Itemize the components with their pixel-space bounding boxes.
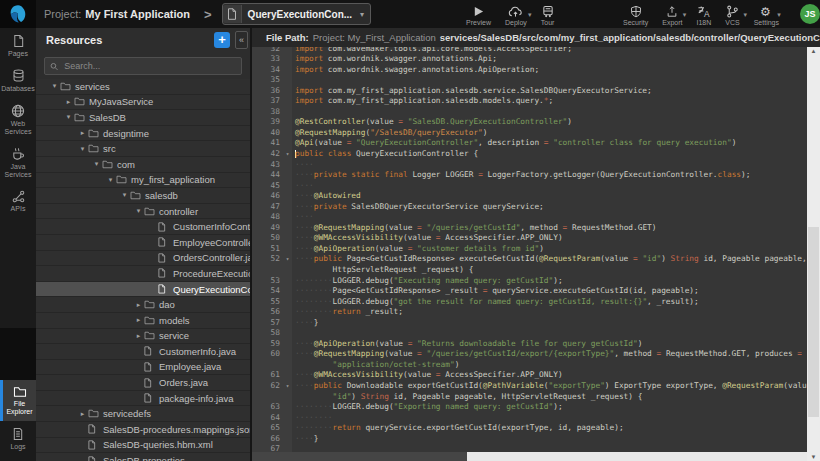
tree-item[interactable]: ▾controller (36, 204, 250, 220)
scroll-up-arrow-icon[interactable]: ▲ (807, 48, 820, 54)
vcs-button[interactable]: ▾VCS (725, 2, 739, 26)
tree-item[interactable]: ▾salesdb (36, 188, 250, 204)
open-file-selector[interactable]: QueryExecutionCon... ▾ (222, 3, 371, 25)
tree-item[interactable]: ProcedureExecutionController.java (36, 266, 250, 282)
logs-icon (12, 427, 24, 441)
code-token: Logger LOGGER (408, 170, 478, 179)
code-line: "id") String id, Pageable pageable, Http… (252, 392, 807, 403)
toolbar-right-actions: Security▾ExportAI18N▾VCS⚙▾Settings (616, 2, 786, 26)
tree-item[interactable]: Employee.java (36, 360, 250, 376)
collapse-panel-button[interactable]: « (235, 31, 248, 49)
code-text: public class QueryExecutionController { (292, 149, 478, 160)
export-button[interactable]: ▾Export (662, 2, 682, 26)
preview-button[interactable]: Preview (466, 2, 491, 26)
deploy-button[interactable]: ▾Deploy (505, 2, 527, 26)
expand-arrow-icon: ▸ (77, 410, 88, 418)
tree-item[interactable]: ▾SalesDB (36, 110, 250, 126)
tree-item[interactable]: CustomerInfoController.java (36, 219, 250, 235)
code-token: com.wordnik.swagger.annotations.ApiOpera… (323, 65, 539, 74)
vertical-scrollbar-thumb[interactable] (808, 227, 819, 417)
vertical-scrollbar[interactable]: ▲ ▼ (807, 47, 820, 461)
code-text (292, 328, 295, 339)
code-token: ···· (295, 381, 314, 390)
scroll-down-arrow-icon[interactable]: ▼ (807, 454, 820, 460)
tree-item[interactable]: Orders.java (36, 375, 250, 391)
code-editor[interactable]: 32import com.wavemaker.tools.api.core.mo… (252, 47, 820, 461)
code-token: (value (314, 138, 347, 147)
code-text: ····@RequestMapping(value = "/queries/ge… (292, 223, 657, 234)
pages-icon (12, 34, 25, 48)
fold-gutter (283, 170, 292, 181)
tree-item-label: designtime (103, 128, 149, 139)
horizontal-scrollbar-thumb[interactable] (467, 452, 807, 461)
tree-item[interactable]: ▸MyJavaService (36, 95, 250, 111)
add-resource-button[interactable]: + (214, 32, 230, 48)
code-token: import (295, 47, 323, 53)
sidebar-item-java-services[interactable]: Java Services (0, 141, 36, 184)
bus-icon (542, 5, 554, 18)
code-text: @RestController(value = "SalesDB.QueryEx… (292, 117, 572, 128)
code-line: 50····@WMAccessVisibility(value = Access… (252, 233, 807, 244)
settings-button[interactable]: ⚙▾Settings (754, 2, 779, 26)
sidebar-item-label: Logs (10, 443, 25, 451)
fold-gutter (283, 128, 292, 139)
tree-item[interactable]: ▸dao (36, 297, 250, 313)
sidebar-item-logs[interactable]: Logs (0, 421, 36, 456)
collapse-arrow-icon: ▾ (105, 176, 116, 184)
resources-title: Resources (46, 34, 102, 46)
fold-gutter (283, 233, 292, 244)
collapse-arrow-icon: ▾ (133, 207, 144, 215)
file-icon (158, 284, 173, 294)
tree-item[interactable]: package-info.java (36, 391, 250, 407)
more-options-button[interactable]: ••• (0, 456, 36, 461)
code-text: ····@WMAccessVisibility(value = AccessSp… (292, 233, 563, 244)
line-number: 54 (252, 286, 283, 297)
i18n-button[interactable]: AI18N (697, 2, 712, 26)
sidebar-item-pages[interactable]: Pages (0, 28, 36, 63)
app-logo[interactable] (0, 0, 36, 28)
sidebar-item-web-services[interactable]: Web Services (0, 98, 36, 141)
search-input[interactable] (62, 60, 236, 72)
tree-item[interactable]: ▾src (36, 141, 250, 157)
fold-gutter (283, 286, 292, 297)
horizontal-scrollbar[interactable] (252, 452, 807, 461)
tour-button[interactable]: Tour (541, 2, 555, 26)
tree-item[interactable]: ▸models (36, 313, 250, 329)
line-number: 43 (252, 160, 283, 171)
sidebar-item-apis[interactable]: APIs (0, 184, 36, 218)
code-token: @ApiOperation (314, 244, 375, 253)
tree-item[interactable]: ▾com (36, 157, 250, 173)
tree-item[interactable]: ▸service (36, 329, 250, 345)
code-token (295, 265, 333, 274)
tree-item[interactable]: SalesDB-queries.hbm.xml (36, 438, 250, 454)
i18n-label: I18N (697, 19, 712, 26)
tree-item[interactable]: CustomerInfo.java (36, 344, 250, 360)
tree-item[interactable]: SalesDB-procedures.mappings.json (36, 422, 250, 438)
line-number: 39 (252, 117, 283, 128)
tree-item[interactable]: ▾my_first_application (36, 173, 250, 189)
code-token: @Api (295, 138, 314, 147)
tree-item[interactable]: ▾services (36, 79, 250, 95)
code-token: ; (549, 96, 554, 105)
sidebar-item-databases[interactable]: Databases (0, 63, 36, 98)
tree-item[interactable]: EmployeeController.java (36, 235, 250, 251)
tree-item-label: dao (159, 299, 175, 310)
export-label: Export (662, 19, 682, 26)
code-text: ····@ApiOperation(value = "Returns downl… (292, 339, 642, 350)
tree-item[interactable]: OrdersController.java (36, 251, 250, 267)
code-line: 54········Page<GetCustIdResponse> _resul… (252, 286, 807, 297)
tree-item[interactable]: SalesDB.properties (36, 453, 250, 461)
expand-arrow-icon: ▸ (133, 316, 144, 324)
user-avatar[interactable]: JS (800, 4, 820, 24)
tree-item[interactable]: ▸designtime (36, 126, 250, 142)
sidebar-item-file-explorer[interactable]: File Explorer (0, 380, 36, 421)
code-text: HttpServletRequest _request) { (292, 265, 473, 276)
line-number: 34 (252, 65, 283, 76)
security-button[interactable]: Security (623, 2, 648, 26)
tree-item-label: Orders.java (159, 377, 208, 388)
tree-item[interactable]: ▸servicedefs (36, 406, 250, 422)
code-token (295, 392, 333, 401)
file-icon (144, 362, 159, 372)
tree-item[interactable]: QueryExecutionController.java (36, 282, 250, 298)
tree-item-label: service (159, 330, 189, 341)
